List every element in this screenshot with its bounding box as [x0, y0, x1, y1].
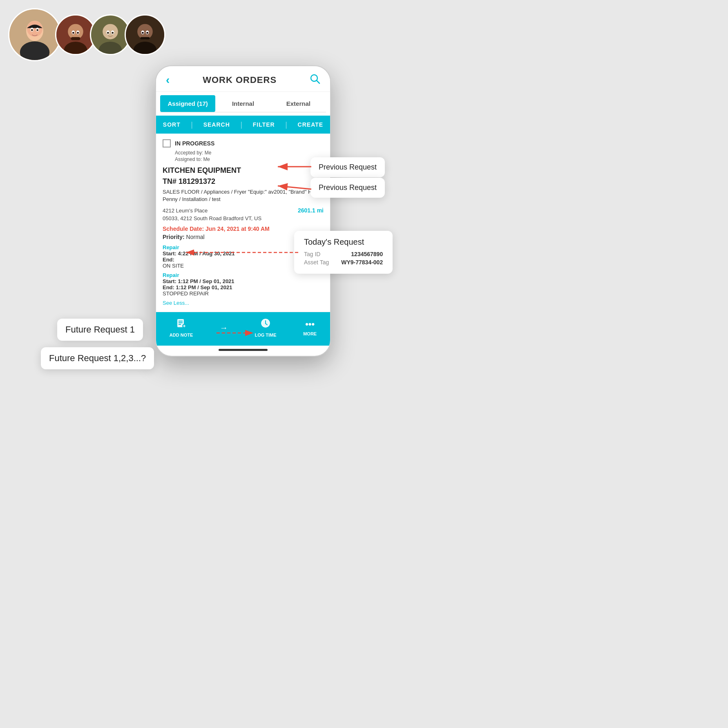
svg-point-22 [107, 32, 109, 34]
tn-number: 181291372 [179, 177, 215, 185]
page-title: WORK ORDERS [203, 75, 277, 85]
svg-point-7 [36, 29, 38, 31]
create-button[interactable]: CREATE [295, 120, 327, 130]
search-button[interactable]: SEARCH [200, 120, 233, 130]
repair-status-2: STOPPED REPAIR [163, 290, 324, 297]
callout-previous-request-2: Previous Request [310, 178, 385, 198]
priority-value: Normal [186, 234, 205, 240]
arrow-separator: → [220, 323, 228, 333]
phone-header: ‹ WORK ORDERS [156, 66, 330, 92]
distance: 2601.1 mi [298, 207, 324, 214]
callout-future-request-1: Future Request 1 [57, 319, 143, 341]
callout-today-request: Today's Request Tag ID 1234567890 Asset … [294, 231, 393, 274]
action-bar: SORT | SEARCH | FILTER | CREATE [156, 116, 330, 134]
svg-point-29 [146, 32, 148, 34]
status-row: IN PROGRESS [163, 139, 324, 147]
today-request-title: Today's Request [304, 237, 383, 247]
work-order-card[interactable]: IN PROGRESS Accepted by: Me Assigned to:… [156, 134, 330, 312]
priority-label: Priority: [163, 234, 185, 240]
see-less-link[interactable]: See Less... [163, 300, 324, 306]
svg-point-14 [77, 32, 79, 34]
svg-point-21 [112, 32, 114, 34]
tag-id-value: 1234567890 [351, 251, 383, 257]
back-button[interactable]: ‹ [166, 74, 170, 87]
svg-point-17 [103, 24, 118, 40]
add-note-icon [176, 318, 187, 331]
log-time-icon [260, 318, 271, 331]
accepted-by: Accepted by: Me [163, 150, 324, 156]
tabs-container: Assigned (17) Internal External [156, 92, 330, 116]
svg-rect-26 [141, 37, 150, 40]
add-note-button[interactable]: ADD NOTE [170, 318, 193, 337]
assigned-to: Assigned to: Me [163, 156, 324, 162]
avatar-main [8, 8, 61, 61]
filter-button[interactable]: FILTER [250, 120, 278, 130]
tab-external[interactable]: External [271, 95, 326, 112]
repair-end-2: End: 1:12 PM / Sep 01, 2021 [163, 284, 324, 290]
phone-frame: ‹ WORK ORDERS Assigned (17) Internal Ext… [155, 65, 331, 357]
log-time-label: LOG TIME [255, 333, 276, 337]
repair-section-2: Repair Start: 1:12 PM / Sep 01, 2021 End… [163, 272, 324, 297]
bottom-bar: ADD NOTE → LOG TIME ••• MORE [156, 312, 330, 346]
tabs-row: Assigned (17) Internal External [160, 95, 326, 112]
asset-tag-label: Asset Tag [304, 259, 329, 266]
status-label: IN PROGRESS [175, 140, 214, 147]
svg-point-3 [27, 21, 42, 37]
tag-id-label: Tag ID [304, 251, 320, 257]
tn-row: TN# 181291372 [163, 177, 324, 186]
add-note-label: ADD NOTE [170, 333, 193, 337]
repair-start-2: Start: 1:12 PM / Sep 01, 2021 [163, 278, 324, 284]
tag-id-row: Tag ID 1234567890 [304, 251, 383, 257]
more-label: MORE [303, 331, 317, 336]
callout-future-request-all: Future Request 1,2,3...? [41, 347, 154, 369]
svg-point-6 [31, 29, 33, 31]
svg-line-32 [317, 80, 319, 83]
search-icon[interactable] [310, 74, 320, 87]
work-order-description: SALES FLOOR / Appliances / Fryer "Equip:… [163, 188, 324, 203]
sort-button[interactable]: SORT [160, 120, 184, 130]
equipment-title: KITCHEN EQUIPMENT [163, 166, 324, 175]
home-indicator [219, 349, 268, 351]
more-icon: ••• [305, 319, 315, 330]
more-button[interactable]: ••• MORE [303, 319, 317, 336]
asset-tag-row: Asset Tag WY9-77834-002 [304, 259, 383, 266]
svg-point-15 [72, 32, 74, 34]
svg-point-30 [142, 32, 144, 34]
avatar-row [8, 8, 165, 61]
address: 05033, 4212 South Road Bradford VT, US [163, 215, 324, 221]
status-checkbox[interactable] [163, 139, 171, 147]
avatar-man3 [125, 14, 165, 55]
svg-rect-11 [71, 37, 80, 40]
tn-label: TN# [163, 177, 179, 185]
location-row: 4212 Leum's Place 2601.1 mi [163, 207, 324, 214]
tab-internal[interactable]: Internal [215, 95, 270, 112]
log-time-button[interactable]: LOG TIME [255, 318, 276, 337]
location-name: 4212 Leum's Place [163, 208, 208, 214]
tab-assigned[interactable]: Assigned (17) [160, 95, 215, 112]
callout-previous-request-1: Previous Request [310, 157, 385, 177]
asset-tag-value: WY9-77834-002 [341, 259, 383, 266]
